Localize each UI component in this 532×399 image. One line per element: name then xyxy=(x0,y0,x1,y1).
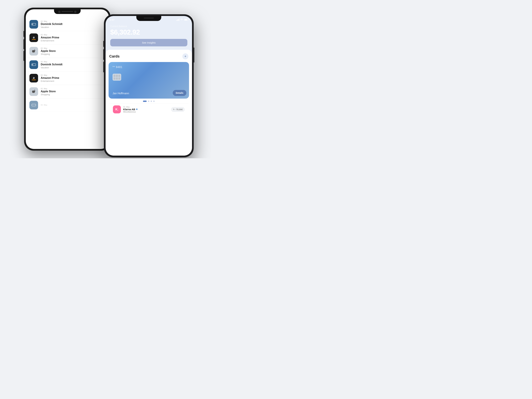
side-button-vol-up xyxy=(23,39,24,49)
tx-name: Dominik Schmidt xyxy=(41,63,105,66)
tx-name: Dominik Schmidt xyxy=(41,23,105,25)
amount-value: -78,66€ xyxy=(175,108,183,111)
tx-date: 02. May xyxy=(41,88,105,90)
tx-name: Apple Store xyxy=(41,50,105,52)
list-item[interactable]: 02. May Dominik Schmidt Vacation xyxy=(26,18,109,31)
card-dots xyxy=(109,99,188,103)
status-icons xyxy=(176,19,188,21)
chip-cell xyxy=(114,77,115,80)
insights-button[interactable]: See Insights xyxy=(110,39,187,46)
tx-info: 02. May Apple Store Shopping xyxy=(41,47,105,55)
svg-rect-5 xyxy=(32,64,32,65)
front-phone: 2:07 xyxy=(104,14,194,157)
list-item[interactable]: 02. May Apple Store Shopping xyxy=(26,85,109,98)
front-tx-name: Klarna AB xyxy=(123,108,169,111)
front-phone-screen: 2:07 xyxy=(106,16,192,156)
front-phone-inner: 2:07 xyxy=(106,16,192,156)
tx-category: Entertainment xyxy=(41,80,105,82)
tx-icon-amazon: a xyxy=(29,33,38,42)
battery-icon xyxy=(184,19,188,21)
tx-icon-vacation xyxy=(29,101,38,109)
back-phone-screen: 02. May Dominik Schmidt Vacation a xyxy=(26,9,109,149)
card-dot xyxy=(151,101,152,102)
tx-info: 02. May Amazon Prime Entertainment xyxy=(41,74,105,82)
list-item[interactable]: a 02. May Amazon Prime Entertainment xyxy=(26,31,109,44)
list-item[interactable]: 02. May Dominik Schmidt Vacation xyxy=(26,58,109,71)
ticket-icon xyxy=(32,23,36,26)
amazon-letter: a xyxy=(33,76,35,79)
back-phone-camera-right xyxy=(74,11,76,13)
klarna-letter: K. xyxy=(115,108,118,111)
tx-date: 02. May xyxy=(41,74,105,76)
signal-bar-4 xyxy=(179,19,179,21)
tx-name: Amazon Prime xyxy=(41,36,105,39)
side-button-vol-down xyxy=(103,62,104,72)
cards-title: Cards xyxy=(109,54,120,58)
back-phone-speaker xyxy=(62,11,73,12)
online-indicator xyxy=(136,108,138,110)
signal-bars-icon xyxy=(176,19,179,21)
tx-date: 02. May xyxy=(41,20,105,22)
back-phone-camera-left xyxy=(58,11,61,13)
svg-rect-6 xyxy=(32,104,36,106)
front-tx-info: 02. May Klarna AB Miscellaneous xyxy=(123,106,169,113)
front-phone-content: 2:07 xyxy=(106,16,192,156)
front-tx-category: Miscellaneous xyxy=(123,111,169,113)
front-tx-date: 02. May xyxy=(123,106,169,108)
tx-name: Apple Store xyxy=(41,90,105,93)
klarna-icon: K. xyxy=(113,105,121,113)
tx-info: 02. May Dominik Schmidt Vacation xyxy=(41,61,105,69)
back-phone-inner: 02. May Dominik Schmidt Vacation a xyxy=(26,9,109,149)
list-item[interactable]: a 02. May Amazon Prime Entertainment xyxy=(26,71,109,85)
tx-info: 02. May Amazon Prime Entertainment xyxy=(41,34,105,42)
chip-cell xyxy=(116,75,118,77)
side-button-vol-down xyxy=(23,51,24,61)
chip-cell xyxy=(118,77,120,80)
tx-icon-vacation xyxy=(29,60,38,69)
back-phone-content: 02. May Dominik Schmidt Vacation a xyxy=(26,9,109,112)
battery-fill xyxy=(184,19,187,20)
credit-card[interactable]: ** 9481 Jan Hoffmann xyxy=(108,62,189,99)
card-dot xyxy=(148,101,149,102)
tx-category: Entertainment xyxy=(41,39,105,42)
tx-icon-apple xyxy=(29,47,38,56)
apple-icon xyxy=(32,49,36,53)
list-item[interactable]: 02. May Apple Store Shopping xyxy=(26,44,109,58)
tx-info: 02. May Dominik Schmidt Vacation xyxy=(41,20,105,28)
side-button-vol-up xyxy=(103,49,104,60)
amazon-arrow xyxy=(32,39,36,40)
merchant-name: Klarna AB xyxy=(123,108,135,111)
tx-category: Shopping xyxy=(41,93,105,96)
tx-info: 02. May Apple Store Shopping xyxy=(41,88,105,96)
add-card-button[interactable]: + xyxy=(182,53,188,59)
card-container: ** 9481 Jan Hoffmann xyxy=(108,62,189,99)
card-details-button[interactable]: Details xyxy=(173,90,186,96)
signal-bar-1 xyxy=(176,20,177,21)
tx-icon-vacation xyxy=(29,20,38,29)
wifi-icon xyxy=(180,19,183,21)
front-notch xyxy=(136,16,161,21)
tx-date: 02. May xyxy=(41,104,105,106)
side-button-power xyxy=(194,48,194,63)
tx-category: Shopping xyxy=(41,53,105,55)
tx-info: 02. May xyxy=(41,104,105,106)
ticket-icon xyxy=(32,63,36,66)
tx-date: 02. May xyxy=(41,34,105,36)
tx-date: 02. May xyxy=(41,61,105,63)
card-dot-active xyxy=(143,101,147,102)
amazon-letter: a xyxy=(33,36,35,39)
balance-section: Current Balance $6,302.92 See Insights xyxy=(106,23,192,50)
list-item[interactable]: 02. May xyxy=(26,98,109,112)
tx-category: Vacation xyxy=(41,66,105,69)
card-holder-name: Jan Hoffmann xyxy=(113,92,129,95)
front-speaker xyxy=(144,18,154,19)
signal-bar-3 xyxy=(178,19,178,21)
front-transaction-item[interactable]: K. 02. May Klarna AB Miscellaneous xyxy=(109,103,188,115)
cards-header: Cards + xyxy=(109,53,188,59)
transaction-list: 02. May Dominik Schmidt Vacation a xyxy=(26,18,109,112)
back-phone-notch xyxy=(54,9,81,14)
amazon-icon: a xyxy=(32,76,36,80)
card-number: ** 9481 xyxy=(113,66,185,69)
status-bar-area: 2:07 xyxy=(106,16,192,23)
tx-name: Amazon Prime xyxy=(41,76,105,79)
